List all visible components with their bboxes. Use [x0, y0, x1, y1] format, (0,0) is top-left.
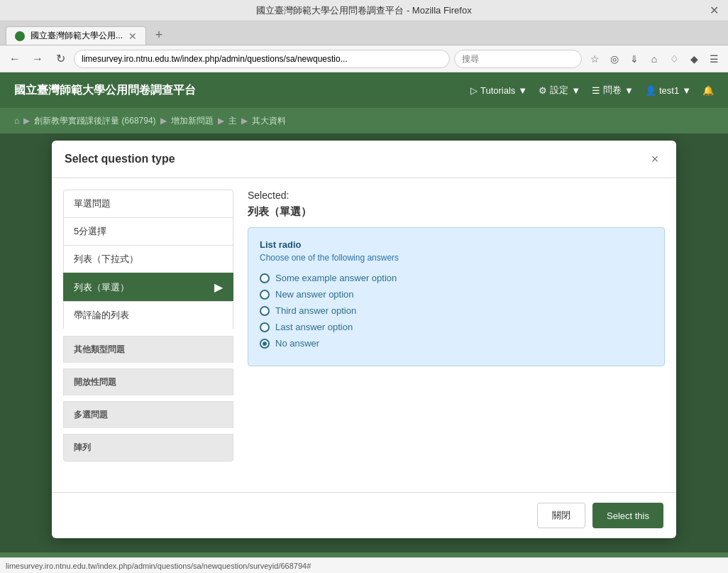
- search-input[interactable]: [454, 50, 582, 68]
- qtype-radio-arrow: ▶: [214, 280, 223, 294]
- browser-title: 國立臺灣師範大學公用問卷調查平台 - Mozilla Firefox: [256, 4, 471, 17]
- radio-button-5[interactable]: [260, 339, 270, 349]
- bookmark-icon[interactable]: ☆: [586, 50, 603, 67]
- back-button[interactable]: ←: [6, 50, 24, 68]
- home-icon[interactable]: ⌂: [646, 50, 663, 67]
- radio-option-2[interactable]: New answer option: [260, 289, 653, 300]
- modal-dialog: Select question type × 單選問題 5分選擇 列表（下拉式）: [52, 141, 676, 538]
- radio-option-1[interactable]: Some example answer option: [260, 273, 653, 283]
- qtype-single[interactable]: 單選問題: [63, 190, 233, 217]
- extension-icon[interactable]: ◆: [685, 50, 702, 67]
- radio-button-4[interactable]: [260, 322, 270, 332]
- tab-label: 國立臺灣師範大學公用...: [31, 30, 123, 42]
- question-type-list: 單選問題 5分選擇 列表（下拉式） 列表（單選） ▶ 帶評論的列表: [63, 190, 233, 481]
- modal-footer: 關閉 Select this: [52, 492, 676, 538]
- address-bar[interactable]: [74, 50, 450, 68]
- download-icon[interactable]: ⇓: [626, 50, 643, 67]
- qtype-radio[interactable]: 列表（單選） ▶: [63, 273, 233, 301]
- tutorials-nav[interactable]: ▷ Tutorials ▼: [470, 85, 527, 96]
- statusbar-url: limesurvey.iro.ntnu.edu.tw/index.php/adm…: [6, 562, 311, 570]
- refresh-button[interactable]: ↻: [51, 50, 70, 68]
- breadcrumb: ⌂ ▶ 創新教學實踐課後評量 (668794) ▶ 增加新問題 ▶ 主 ▶ 其大…: [0, 108, 728, 133]
- notifications-icon[interactable]: 🔔: [702, 85, 714, 96]
- new-tab-button[interactable]: +: [149, 25, 169, 45]
- breadcrumb-home[interactable]: ⌂: [14, 116, 19, 126]
- radio-button-1[interactable]: [260, 273, 270, 283]
- breadcrumb-survey[interactable]: 創新教學實踐課後評量 (668794): [34, 115, 155, 127]
- modal-close-button[interactable]: ×: [646, 151, 663, 168]
- select-this-button[interactable]: Select this: [592, 503, 663, 528]
- selected-label: Selected:: [248, 190, 665, 201]
- browser-titlebar: 國立臺灣師範大學公用問卷調查平台 - Mozilla Firefox ✕: [0, 0, 728, 21]
- close-modal-button[interactable]: 關閉: [537, 503, 585, 528]
- breadcrumb-main[interactable]: 主: [228, 115, 237, 127]
- qtype-other-section: 其他類型問題: [63, 336, 233, 363]
- menu-icon[interactable]: ☰: [705, 50, 722, 67]
- modal-header: Select question type ×: [52, 141, 676, 178]
- qtype-open[interactable]: 開放性問題: [63, 369, 233, 395]
- breadcrumb-add[interactable]: 增加新問題: [171, 115, 214, 127]
- radio-button-3[interactable]: [260, 306, 270, 316]
- app-header: 國立臺灣師範大學公用問卷調查平台 ▷ Tutorials ▼ ⚙ 設定 ▼ ☰ …: [0, 72, 728, 108]
- header-nav: ▷ Tutorials ▼ ⚙ 設定 ▼ ☰ 問卷 ▼ 👤 test1 ▼ 🔔: [470, 84, 714, 97]
- shield-icon[interactable]: ◎: [606, 50, 623, 67]
- app-title: 國立臺灣師範大學公用問卷調查平台: [14, 83, 470, 98]
- browser-addressbar: ← → ↻ ☆ ◎ ⇓ ⌂ ♢ ◆ ☰: [0, 45, 728, 72]
- preview-box: List radio Choose one of the following a…: [248, 227, 665, 366]
- browser-close-button[interactable]: ✕: [707, 4, 721, 18]
- selected-name: 列表（單選）: [248, 205, 665, 219]
- modal-title: Select question type: [65, 153, 175, 165]
- modal-body: 單選問題 5分選擇 列表（下拉式） 列表（單選） ▶ 帶評論的列表: [52, 178, 676, 492]
- qtype-multi[interactable]: 多選問題: [63, 401, 233, 428]
- qtype-five[interactable]: 5分選擇: [63, 217, 233, 245]
- forward-button[interactable]: →: [28, 50, 47, 68]
- browser-tab[interactable]: 國立臺灣師範大學公用... ✕: [6, 26, 146, 45]
- radio-button-2[interactable]: [260, 290, 270, 300]
- tab-close-button[interactable]: ✕: [128, 31, 137, 42]
- main-area: Select question type × 單選問題 5分選擇 列表（下拉式）: [0, 133, 728, 552]
- radio-option-4[interactable]: Last answer option: [260, 322, 653, 332]
- preview-type: List radio: [260, 239, 653, 250]
- browser-tabbar: 國立臺灣師範大學公用... ✕ +: [0, 21, 728, 45]
- user-nav[interactable]: 👤 test1 ▼: [645, 85, 691, 96]
- surveys-nav[interactable]: ☰ 問卷 ▼: [592, 84, 634, 97]
- radio-option-5[interactable]: No answer: [260, 338, 653, 349]
- qtype-comment[interactable]: 帶評論的列表: [63, 301, 233, 329]
- security-icon[interactable]: ♢: [666, 50, 683, 67]
- radio-option-3[interactable]: Third answer option: [260, 305, 653, 316]
- question-preview: Selected: 列表（單選） List radio Choose one o…: [248, 190, 665, 481]
- preview-subtitle: Choose one of the following answers: [260, 253, 653, 263]
- qtype-dropdown[interactable]: 列表（下拉式）: [63, 245, 233, 273]
- modal-overlay: Select question type × 單選問題 5分選擇 列表（下拉式）: [0, 133, 728, 552]
- breadcrumb-data[interactable]: 其大資料: [252, 115, 286, 127]
- settings-nav[interactable]: ⚙ 設定 ▼: [539, 84, 580, 97]
- tab-favicon: [15, 31, 25, 41]
- statusbar: limesurvey.iro.ntnu.edu.tw/index.php/adm…: [0, 557, 728, 573]
- qtype-array[interactable]: 陣列: [63, 434, 233, 462]
- toolbar-icons: ☆ ◎ ⇓ ⌂ ♢ ◆ ☰: [586, 50, 722, 67]
